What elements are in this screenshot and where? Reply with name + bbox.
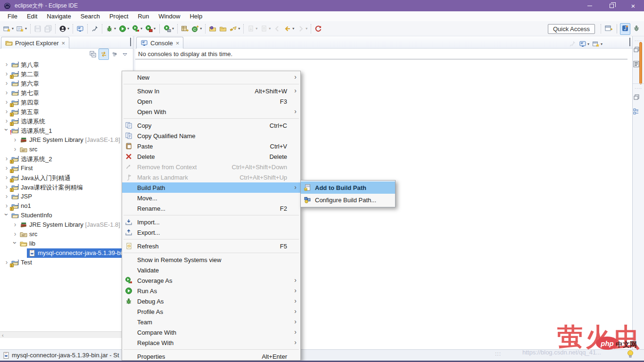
menubar-navigate[interactable]: Navigate (42, 12, 75, 21)
tab-project-explorer[interactable]: Project Explorer × (1, 37, 69, 49)
menu-item-move[interactable]: Move... (122, 193, 300, 203)
menu-item-profile-as[interactable]: Profile As› (122, 306, 300, 317)
menu-item-team[interactable]: Team› (122, 317, 300, 327)
expand-arrow-icon[interactable]: › (4, 258, 9, 266)
tree-item-选课系统[interactable]: ›J!选课系统 (0, 116, 133, 126)
expand-arrow-icon[interactable]: › (4, 183, 9, 190)
menu-item-build-path[interactable]: Build Path› (122, 182, 300, 193)
expand-arrow-icon[interactable]: › (4, 60, 9, 68)
expand-arrow-icon[interactable]: › (4, 107, 9, 115)
tree-item-studentinfo[interactable]: ›StudentInfo (0, 211, 133, 220)
menu-item-show-in[interactable]: Show InAlt+Shift+W› (122, 86, 300, 96)
tree-item-jsp[interactable]: ›JJSP (0, 192, 133, 201)
tree-item-第四章[interactable]: ›J!第四章 (0, 98, 133, 107)
tree-item-src[interactable]: ›src (0, 145, 133, 154)
menu-item-delete[interactable]: DeleteDelete (122, 151, 300, 162)
tree-item-no1[interactable]: ›J!no1 (0, 201, 133, 211)
menu-item-export[interactable]: Export... (122, 227, 300, 238)
outline-view-button[interactable] (633, 108, 640, 115)
dropdown-arrow-icon[interactable]: ▾ (154, 26, 156, 31)
expand-arrow-icon[interactable]: › (4, 79, 9, 87)
dropdown-arrow-icon[interactable]: ▾ (127, 26, 129, 31)
link-with-editor-button[interactable] (99, 49, 109, 60)
submenu-item-configure-build-path[interactable]: Configure Build Path... (301, 194, 395, 206)
tree-item-选课系统_1[interactable]: ›J!选课系统_1 (0, 126, 133, 135)
expand-arrow-icon[interactable]: › (12, 230, 18, 238)
open-type-button[interactable] (208, 23, 217, 34)
close-tab-icon[interactable]: × (176, 40, 180, 47)
expand-arrow-icon[interactable]: › (12, 221, 18, 228)
collapse-arrow-icon[interactable]: › (11, 240, 19, 246)
menu-item-copy[interactable]: CopyCtrl+C (122, 120, 300, 131)
expand-arrow-icon[interactable]: › (4, 70, 9, 77)
tree-item-src[interactable]: ›src (0, 230, 133, 239)
drag-handle[interactable]: ···· (633, 86, 644, 90)
menu-item-validate[interactable]: Validate (122, 265, 300, 275)
display-selected-console-button[interactable]: ▾ (578, 38, 590, 49)
tree-item-第五章[interactable]: ›J!第五章 (0, 107, 133, 116)
menu-item-paste[interactable]: PasteCtrl+V (122, 141, 300, 151)
menubar-edit[interactable]: Edit (22, 12, 42, 21)
horizontal-scrollbar[interactable]: ‹ (0, 331, 133, 338)
dropdown-arrow-icon[interactable]: ▾ (172, 26, 174, 31)
dropdown-arrow-icon[interactable]: ▾ (601, 42, 603, 46)
menubar-run[interactable]: Run (133, 12, 154, 21)
external-tools-button[interactable]: ▾ (163, 23, 175, 34)
dropdown-arrow-icon[interactable]: ▾ (140, 26, 142, 31)
tree-item-mysql-connector-java-5.1.39-bi[interactable]: mysql-connector-java-5.1.39-bi (0, 248, 133, 258)
menubar-help[interactable]: Help (185, 12, 207, 21)
tree-item-第二章[interactable]: ›J!第二章 (0, 69, 133, 79)
menu-item-properties[interactable]: PropertiesAlt+Enter (122, 351, 300, 361)
next-annotation-button[interactable]: ▾ (259, 23, 272, 34)
pin-console-button[interactable] (568, 38, 577, 49)
tree-item-第七章[interactable]: ›J第七章 (0, 88, 133, 98)
back-disabled-button[interactable] (272, 23, 282, 34)
scroll-marker[interactable] (639, 42, 642, 84)
search-button[interactable]: ▾ (229, 23, 241, 34)
dropdown-arrow-icon[interactable]: ▾ (25, 26, 27, 31)
menu-item-replace-with[interactable]: Replace With› (122, 337, 300, 348)
new-javaee-wizard-button[interactable]: ▾ (16, 23, 28, 34)
profile-button[interactable]: ▾ (144, 23, 157, 34)
dropdown-arrow-icon[interactable]: ▾ (67, 26, 69, 31)
run-button[interactable]: ▾ (118, 23, 130, 34)
tree-item-选课系统_2[interactable]: ›J!选课系统_2 (0, 154, 133, 164)
menu-item-coverage-as[interactable]: Coverage As› (122, 275, 300, 286)
tree-item-jre-system-library[interactable]: ›JRE System Library [JavaSE-1.8] (0, 135, 133, 145)
quick-access-input[interactable]: Quick Access (548, 24, 595, 34)
java-perspective-button[interactable]: J (620, 23, 630, 35)
menubar-search[interactable]: Search (76, 12, 105, 21)
close-window-button[interactable]: × (622, 0, 644, 11)
back-button[interactable]: ▾ (283, 23, 295, 34)
minimize-window-button[interactable] (579, 0, 601, 11)
menu-item-copy-qualified-name[interactable]: Copy Qualified Name (122, 131, 300, 141)
menu-item-show-in-remote-systems-view[interactable]: Show in Remote Systems view (122, 255, 300, 265)
menu-item-open[interactable]: OpenF3 (122, 96, 300, 107)
dropdown-arrow-icon[interactable]: ▾ (292, 26, 294, 31)
dropdown-arrow-icon[interactable]: ▾ (114, 26, 116, 31)
expand-arrow-icon[interactable]: › (4, 98, 9, 106)
menubar-window[interactable]: Window (154, 12, 185, 21)
menu-item-new[interactable]: New› (122, 72, 300, 82)
user-account-button[interactable]: ▾ (58, 23, 70, 34)
tree-item-test[interactable]: ›J!Test (0, 258, 133, 267)
expand-arrow-icon[interactable]: › (4, 164, 9, 172)
menu-item-debug-as[interactable]: Debug As› (122, 296, 300, 306)
collapse-all-button[interactable] (88, 49, 98, 60)
menu-item-rename[interactable]: Rename...F2 (122, 203, 300, 214)
open-perspective-button[interactable] (603, 23, 614, 35)
refresh-workspace-button[interactable] (314, 23, 323, 34)
expand-arrow-icon[interactable]: › (4, 89, 9, 96)
forward-button[interactable]: ▾ (296, 23, 308, 34)
tree-item-第八章[interactable]: ›J第八章 (0, 60, 133, 69)
dropdown-arrow-icon[interactable]: ▾ (269, 26, 271, 31)
drag-handle[interactable]: ···· (633, 38, 644, 43)
last-edit-location-button[interactable]: ▾ (246, 23, 258, 34)
menu-item-run-as[interactable]: Run As› (122, 286, 300, 296)
open-terminal-button[interactable] (75, 23, 85, 34)
dropdown-arrow-icon[interactable]: ▾ (587, 42, 589, 46)
menu-item-mark-as-landmark[interactable]: Mark as LandmarkCtrl+Alt+Shift+Up (122, 172, 300, 182)
menu-item-remove-from-context[interactable]: Remove from ContextCtrl+Alt+Shift+Down (122, 162, 300, 172)
menu-item-import[interactable]: Import... (122, 217, 300, 227)
menu-item-open-with[interactable]: Open With› (122, 107, 300, 117)
